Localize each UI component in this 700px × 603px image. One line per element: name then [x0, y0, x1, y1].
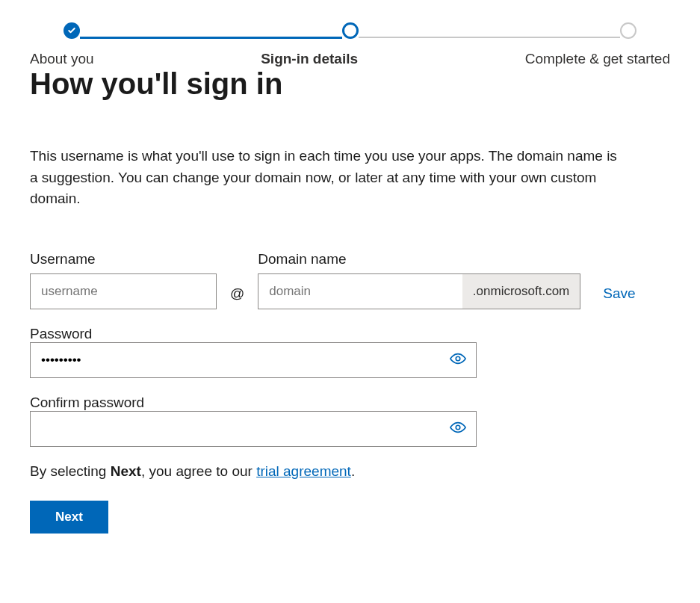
step-3-label: Complete & get started: [525, 51, 670, 67]
step-2-label: Sign-in details: [261, 51, 358, 67]
page-description: This username is what you'll use to sign…: [30, 146, 628, 210]
svg-point-1: [456, 425, 460, 430]
step-3-indicator: [620, 22, 636, 39]
eye-icon[interactable]: [450, 419, 466, 439]
confirm-password-input[interactable]: [30, 411, 477, 447]
step-1-label: About you: [30, 51, 94, 67]
trial-agreement-link[interactable]: trial agreement: [256, 463, 351, 479]
check-icon: [67, 26, 76, 35]
username-input[interactable]: [30, 273, 217, 309]
agreement-text: By selecting Next, you agree to our tria…: [30, 463, 670, 480]
eye-icon[interactable]: [450, 350, 466, 370]
svg-point-0: [456, 356, 460, 361]
next-button[interactable]: Next: [30, 501, 108, 534]
password-label: Password: [30, 326, 92, 341]
domain-suffix: .onmicrosoft.com: [462, 274, 580, 309]
confirm-password-label: Confirm password: [30, 395, 144, 410]
progress-stepper: About you Sign-in details Complete & get…: [30, 22, 670, 67]
domain-label: Domain name: [258, 251, 580, 268]
save-link[interactable]: Save: [603, 285, 635, 309]
page-heading: How you'll sign in: [30, 67, 670, 101]
connector-1: [80, 37, 342, 39]
step-1-indicator: [64, 22, 80, 39]
password-input[interactable]: [30, 342, 477, 378]
domain-input[interactable]: [258, 274, 462, 309]
username-label: Username: [30, 251, 217, 268]
step-2-indicator: [342, 22, 359, 39]
at-symbol: @: [230, 285, 244, 309]
connector-2: [359, 37, 621, 38]
